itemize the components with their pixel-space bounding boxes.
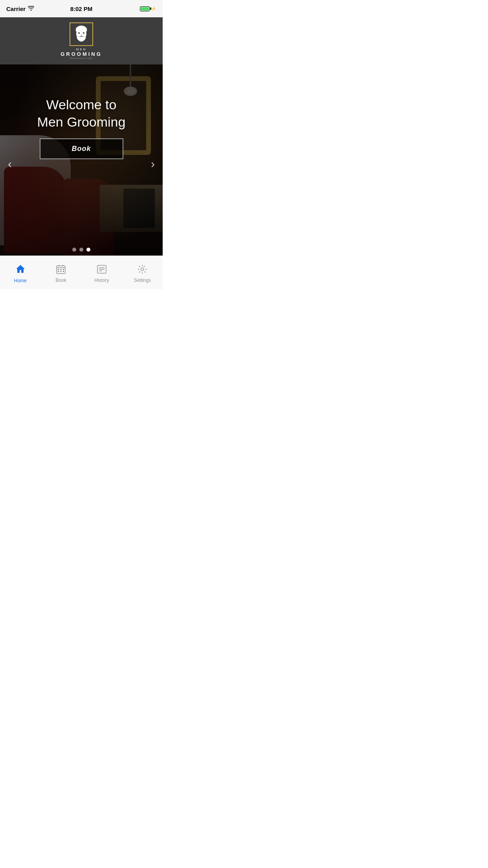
carousel-prev-button[interactable]: ‹ — [2, 153, 18, 175]
tab-home-label: Home — [14, 278, 27, 283]
svg-point-16 — [141, 268, 144, 270]
logo-box — [70, 22, 93, 46]
prev-arrow-icon: ‹ — [8, 157, 12, 170]
status-time: 8:02 PM — [70, 6, 93, 12]
svg-rect-8 — [63, 269, 64, 270]
svg-rect-11 — [63, 271, 64, 272]
carousel-dots — [72, 248, 90, 252]
welcome-line2: Men Grooming — [37, 114, 126, 129]
svg-point-1 — [78, 32, 80, 34]
brand-logo-icon — [73, 24, 90, 44]
tab-history-label: History — [94, 278, 109, 283]
wifi-icon — [28, 6, 34, 12]
battery-indicator: ⚡ — [140, 6, 156, 11]
book-button[interactable]: Book — [40, 138, 123, 159]
welcome-line1: Welcome to — [46, 97, 117, 112]
carousel-content: Welcome to Men Grooming Book — [0, 64, 163, 263]
book-calendar-icon — [56, 264, 66, 276]
tab-settings-label: Settings — [134, 278, 151, 283]
svg-rect-6 — [58, 269, 59, 270]
battery-icon — [140, 6, 150, 11]
settings-icon — [137, 264, 147, 276]
carrier-label: Carrier — [6, 6, 26, 12]
history-icon — [97, 264, 107, 276]
carousel-next-button[interactable]: › — [145, 153, 161, 175]
svg-rect-9 — [58, 271, 59, 272]
tab-history[interactable]: History — [81, 261, 122, 285]
svg-rect-7 — [61, 269, 62, 270]
book-button-label: Book — [72, 145, 91, 153]
hero-carousel: ‹ Welcome to Men Grooming Book › — [0, 64, 163, 263]
logo-tagline: Barbershop App — [61, 57, 102, 59]
status-bar: Carrier 8:02 PM ⚡ — [0, 0, 163, 17]
tab-settings[interactable]: Settings — [122, 261, 163, 285]
carousel-title: Welcome to Men Grooming — [37, 96, 126, 131]
carousel-dot-3[interactable] — [86, 248, 90, 252]
svg-rect-10 — [61, 271, 62, 272]
status-left: Carrier — [6, 6, 34, 12]
logo-text: MEN GROOMING Barbershop App — [61, 48, 102, 59]
logo-grooming-text: GROOMING — [61, 51, 102, 57]
logo-container: MEN GROOMING Barbershop App — [61, 22, 102, 59]
status-right: ⚡ — [140, 6, 156, 11]
home-icon — [15, 264, 26, 276]
tab-home[interactable]: Home — [0, 261, 41, 285]
tab-book-label: Book — [56, 278, 66, 283]
carousel-dot-1[interactable] — [72, 248, 76, 252]
carousel-dot-2[interactable] — [79, 248, 83, 252]
charging-icon: ⚡ — [151, 6, 156, 11]
logo-men-text: MEN — [61, 48, 102, 51]
header-logo-section: MEN GROOMING Barbershop App — [0, 17, 163, 64]
tab-bar: Home Book — [0, 256, 163, 289]
next-arrow-icon: › — [151, 157, 155, 170]
svg-point-2 — [83, 32, 84, 34]
tab-book[interactable]: Book — [41, 261, 82, 285]
battery-fill — [141, 7, 149, 11]
